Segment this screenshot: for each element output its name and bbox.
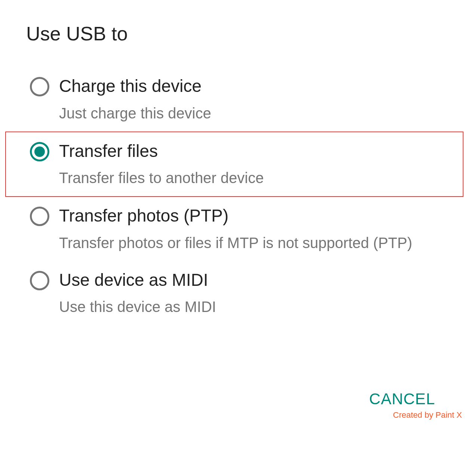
option-text: Charge this device Just charge this devi… bbox=[59, 75, 435, 123]
cancel-button[interactable]: CANCEL bbox=[362, 386, 443, 412]
option-description: Just charge this device bbox=[59, 103, 435, 123]
option-description: Transfer files to another device bbox=[59, 168, 439, 188]
radio-icon bbox=[30, 207, 49, 226]
radio-icon bbox=[30, 142, 49, 161]
option-charge-device[interactable]: Charge this device Just charge this devi… bbox=[26, 67, 439, 132]
option-text: Transfer photos (PTP) Transfer photos or… bbox=[59, 205, 435, 253]
option-transfer-files[interactable]: Transfer files Transfer files to another… bbox=[5, 132, 464, 197]
option-text: Use device as MIDI Use this device as MI… bbox=[59, 269, 435, 317]
radio-icon bbox=[30, 77, 49, 96]
watermark: Created by Paint X bbox=[393, 410, 462, 420]
option-label: Transfer files bbox=[59, 140, 439, 162]
usb-dialog: Use USB to Charge this device Just charg… bbox=[0, 0, 465, 325]
option-midi[interactable]: Use device as MIDI Use this device as MI… bbox=[26, 261, 439, 325]
option-transfer-photos[interactable]: Transfer photos (PTP) Transfer photos or… bbox=[26, 197, 439, 261]
option-text: Transfer files Transfer files to another… bbox=[59, 140, 439, 188]
option-description: Use this device as MIDI bbox=[59, 297, 435, 317]
dialog-title: Use USB to bbox=[26, 22, 439, 45]
option-label: Use device as MIDI bbox=[59, 269, 435, 291]
option-list: Charge this device Just charge this devi… bbox=[26, 67, 439, 325]
option-label: Transfer photos (PTP) bbox=[59, 205, 435, 227]
option-description: Transfer photos or files if MTP is not s… bbox=[59, 233, 435, 253]
dialog-actions: CANCEL bbox=[362, 386, 443, 412]
radio-icon bbox=[30, 271, 49, 290]
option-label: Charge this device bbox=[59, 75, 435, 97]
